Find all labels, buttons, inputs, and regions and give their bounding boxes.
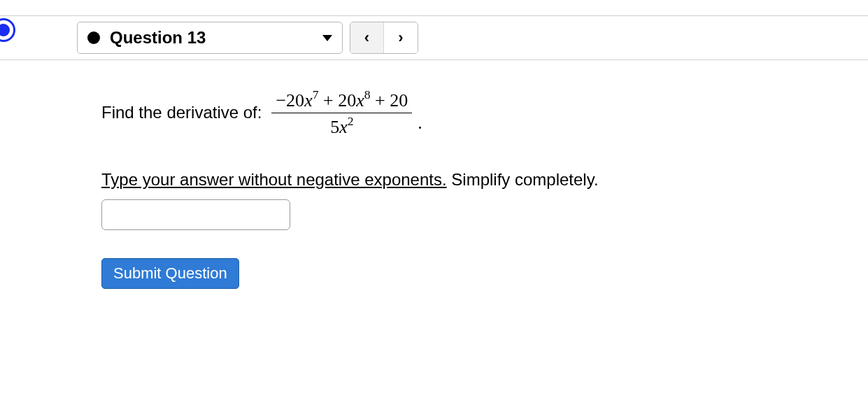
prev-question-button[interactable]: ‹ xyxy=(350,22,384,53)
instruction-underlined: Type your answer without negative expone… xyxy=(101,170,447,189)
question-status-dot-icon xyxy=(87,31,100,44)
submit-question-button[interactable]: Submit Question xyxy=(101,258,239,289)
num-term-b-coef: 20 xyxy=(338,90,356,111)
num-term-a-coef: −20 xyxy=(276,90,304,111)
instruction-text: Type your answer without negative expone… xyxy=(101,170,868,190)
num-term-a-exp: 7 xyxy=(313,87,319,101)
question-nav-arrows: ‹ › xyxy=(350,22,418,54)
den-coef: 5 xyxy=(330,117,339,137)
chevron-down-icon xyxy=(322,35,332,41)
prompt-period: . xyxy=(418,113,422,134)
num-plus-1: + xyxy=(319,90,339,111)
progress-dot-inner xyxy=(0,24,10,36)
num-term-c: 20 xyxy=(390,90,408,111)
fraction-numerator: −20x7 + 20x8 + 20 xyxy=(271,88,412,113)
question-nav-row: Question 13 ‹ › xyxy=(0,16,868,59)
prompt-lead-text: Find the derivative of: xyxy=(101,103,262,122)
question-select-label: Question 13 xyxy=(110,28,313,48)
fraction-expression: −20x7 + 20x8 + 20 5x2 xyxy=(271,88,412,138)
next-question-button[interactable]: › xyxy=(384,22,418,53)
num-term-b-exp: 8 xyxy=(364,87,371,101)
chevron-left-icon: ‹ xyxy=(364,29,369,47)
num-plus-2: + xyxy=(371,90,390,111)
question-content: Find the derivative of: −20x7 + 20x8 + 2… xyxy=(0,60,868,317)
answer-input[interactable] xyxy=(101,199,290,230)
den-exp: 2 xyxy=(348,114,354,128)
question-prompt: Find the derivative of: −20x7 + 20x8 + 2… xyxy=(101,88,868,138)
question-select[interactable]: Question 13 xyxy=(77,22,343,54)
den-var: x xyxy=(339,117,348,137)
num-term-b-var: x xyxy=(356,90,364,111)
chevron-right-icon: › xyxy=(398,29,403,47)
fraction-denominator: 5x2 xyxy=(326,113,357,138)
instruction-rest: Simplify completely. xyxy=(447,170,599,189)
num-term-a-var: x xyxy=(304,90,313,111)
